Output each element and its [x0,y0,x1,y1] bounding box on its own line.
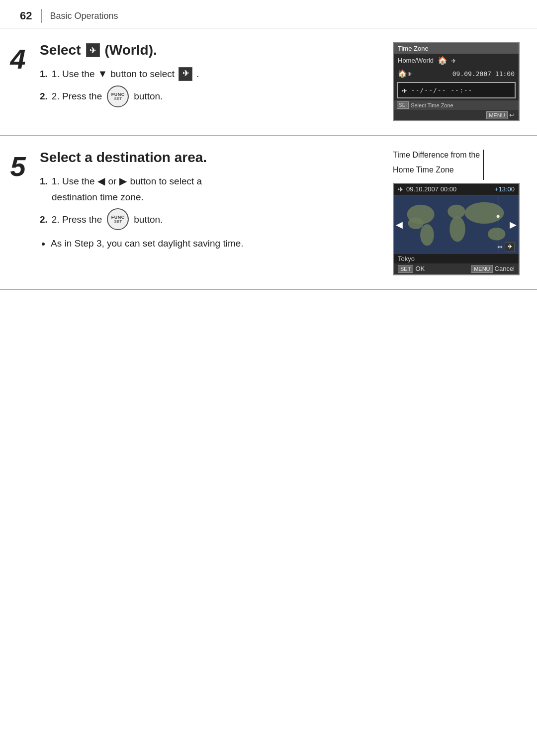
date-display: 09.09.2007 11:00 [452,70,515,78]
step-4-instructions: 1. 1. Use the ▼ button to select ✈ . 2. … [40,66,381,107]
cancel-text: Cancel [495,265,515,272]
svg-point-2 [408,217,424,229]
world-icon-title: ✈ [86,43,100,57]
page-header: 62 Basic Operations [0,0,537,28]
map-arrow-right[interactable]: ▶ [510,219,517,230]
step-5-instruction-1: 1. 1. Use the ◀ or ▶ button to select a … [40,173,381,204]
world-icon-inline: ✈ [179,67,192,81]
screen-menu-bar: MENU ↩ [394,110,519,120]
step-5-number: 5 [10,153,25,180]
placeholder-date: --/--/-- --:-- [411,86,473,94]
step-4-content: Select ✈ (World). 1. 1. Use the ▼ button… [36,42,393,121]
sei-label: SEI [397,101,409,109]
menu-back-label: MENU ↩ [486,111,515,119]
dst-icon: ⇔ [497,243,503,251]
section-title: Basic Operations [50,11,118,21]
set-label: SET [398,265,413,273]
svg-point-3 [420,224,434,246]
content-area: 4 Select ✈ (World). 1. 1. Use the ▼ butt… [0,28,537,310]
func-set-button-4: FUNC SET [107,85,129,107]
world-bottom-bar: SET OK MENU Cancel [394,263,519,274]
step-4-row: 4 Select ✈ (World). 1. 1. Use the ▼ butt… [0,28,537,136]
home-icon: 🏠 [438,56,448,65]
step-4-instruction-1: 1. 1. Use the ▼ button to select ✈ . [40,66,381,82]
step-5-bullets: As in Step 3, you can set daylight savin… [40,236,381,251]
step-5-instruction-2: 2. 2. Press the FUNC SET button. [40,208,381,230]
plane-icon-highlighted: ✈ [402,85,407,95]
step-5-title: Select a destination area. [40,150,381,166]
arrow-right-icon: ▶ [119,173,127,189]
step-4-number-col: 4 [0,42,36,121]
world-icon-small: ✈ [505,242,515,252]
home-world-label: Home/World [398,57,434,64]
plane-icon: ✈ [451,56,456,65]
step-5-bullet-1: As in Step 3, you can set daylight savin… [51,236,381,251]
highlighted-row: ✈ --/--/-- --:-- [397,82,516,98]
arrow-down-icon: ▼ [97,66,107,82]
world-topbar: ✈ 09.10.2007 00:00 +13:00 [394,184,519,195]
step-4-screen: Time Zone Home/World 🏠 ✈ 🏠✳ 09.09.2007 1… [393,42,520,121]
world-map: ◀ ▶ ⇔ ✈ [394,195,519,254]
step-5-screen: ✈ 09.10.2007 00:00 +13:00 [393,183,520,275]
city-name: Tokyo [398,255,415,262]
step-4-title: Select ✈ (World). [40,42,381,58]
map-arrow-left[interactable]: ◀ [396,219,403,230]
arrow-left-icon: ◀ [97,173,105,189]
func-set-button-5: FUNC SET [107,208,129,230]
screen-hint: SEI Select Time Zone [394,100,519,110]
topbar-diff: +13:00 [495,185,515,193]
city-bar: Tokyo [394,254,519,263]
screen-title-bar: Time Zone [394,43,519,54]
screen-row-1: Home/World 🏠 ✈ [394,54,519,67]
menu-label: MENU [471,265,492,273]
step-4-title-select: Select [40,42,81,58]
step-4-instruction-2: 2. 2. Press the FUNC SET button. [40,85,381,107]
step-5-title-text: Select a destination area. [40,150,207,166]
step-5-instructions: 1. 1. Use the ◀ or ▶ button to select a … [40,173,381,251]
step-5-row: 5 Select a destination area. 1. 1. Use t… [0,136,537,290]
step-5-number-col: 5 [0,150,36,275]
step-5-image-col: Time Difference from the Home Time Zone … [393,150,537,275]
svg-point-5 [449,216,465,242]
caption-line-1: Time Difference from the [393,150,480,161]
caption-line-2: Home Time Zone [393,165,480,175]
topbar-date: 09.10.2007 00:00 [406,185,456,193]
step-5-content: Select a destination area. 1. 1. Use the… [36,150,393,275]
svg-point-4 [448,204,465,218]
step-4-number: 4 [10,45,25,73]
step-4-title-world: (World). [105,42,157,58]
plane-icon-top: ✈ [398,185,404,193]
page-number: 62 [20,9,32,22]
ok-text: OK [415,265,425,272]
step-4-image-col: Time Zone Home/World 🏠 ✈ 🏠✳ 09.09.2007 1… [393,42,537,121]
step-5-caption: Time Difference from the Home Time Zone [393,150,492,180]
screen-row-2: 🏠✳ 09.09.2007 11:00 [394,67,519,80]
svg-point-7 [488,228,505,241]
home-asterisk-icon: 🏠✳ [398,69,412,78]
